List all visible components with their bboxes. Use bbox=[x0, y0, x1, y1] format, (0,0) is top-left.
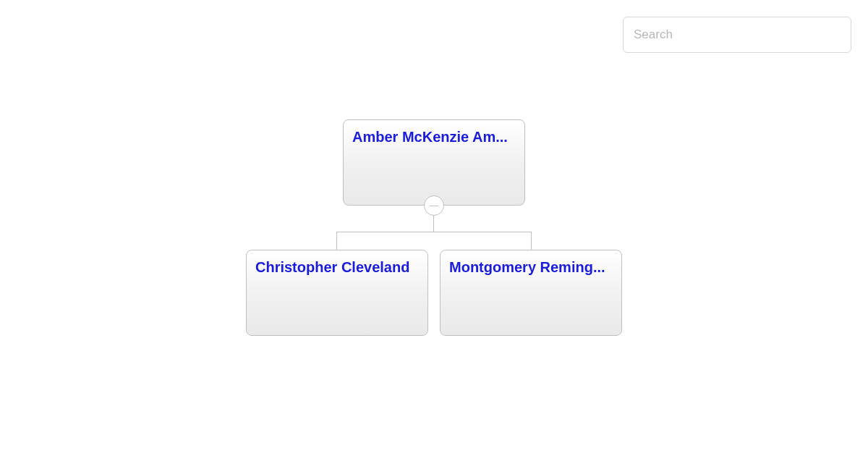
node-root[interactable]: Amber McKenzie Am... bbox=[343, 119, 525, 206]
connector-horizontal bbox=[336, 232, 532, 232]
node-child1-label: Christopher Cleveland bbox=[255, 259, 419, 276]
node-child1[interactable]: Christopher Cleveland bbox=[246, 250, 428, 336]
minus-icon bbox=[430, 206, 438, 206]
node-root-label: Amber McKenzie Am... bbox=[352, 129, 516, 145]
collapse-toggle[interactable] bbox=[424, 195, 444, 216]
connector-child2-down bbox=[531, 232, 532, 250]
org-diagram: Amber McKenzie Am... Christopher Clevela… bbox=[0, 0, 868, 456]
node-child2[interactable]: Montgomery Reming... bbox=[440, 250, 622, 336]
node-child2-label: Montgomery Reming... bbox=[449, 259, 613, 276]
connector-child1-down bbox=[336, 232, 337, 250]
